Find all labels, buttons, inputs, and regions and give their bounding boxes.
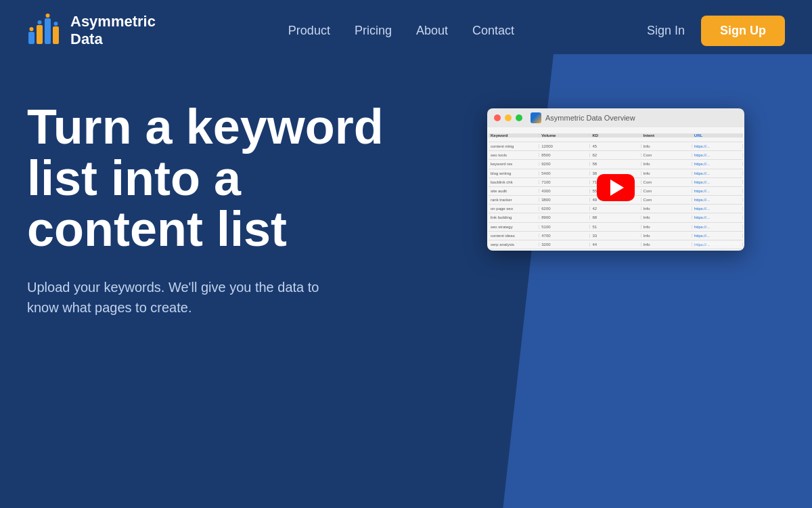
- nav-link-about[interactable]: About: [416, 24, 448, 37]
- spreadsheet-header-row: Keyword Volume KD Intent URL: [489, 129, 743, 142]
- hero-headline: Turn a keyword list into a content list: [27, 102, 420, 255]
- video-header-logo-icon: [531, 112, 541, 123]
- svg-point-7: [54, 22, 58, 26]
- spreadsheet-row: content ideas470033Infohttps://...: [489, 232, 743, 240]
- sign-up-button[interactable]: Sign Up: [701, 16, 785, 46]
- spreadsheet-row: seo strategy510051Infohttps://...: [489, 223, 743, 232]
- nav-link-pricing[interactable]: Pricing: [355, 24, 392, 37]
- window-dot-yellow: [505, 114, 512, 121]
- window-dot-red: [494, 114, 501, 121]
- logo-link[interactable]: Asymmetric Data: [27, 13, 156, 49]
- spreadsheet-row: keyword res920058Infohttps://...: [489, 160, 743, 169]
- nav-item-contact[interactable]: Contact: [472, 24, 514, 38]
- svg-rect-0: [28, 32, 35, 44]
- video-spreadsheet: Keyword Volume KD Intent URL content mkt…: [487, 127, 744, 251]
- col-keyword: Keyword: [489, 133, 539, 137]
- sign-in-link[interactable]: Sign In: [647, 24, 685, 38]
- svg-point-6: [46, 14, 50, 18]
- video-content: Keyword Volume KD Intent URL content mkt…: [487, 127, 744, 251]
- window-dot-green: [516, 114, 522, 121]
- svg-rect-2: [45, 18, 51, 44]
- nav-link-product[interactable]: Product: [288, 24, 330, 37]
- spreadsheet-row: content mktg1200045Infohttps://...: [489, 142, 743, 151]
- spreadsheet-row: seo tools850062Comhttps://...: [489, 151, 743, 160]
- spreadsheet-row: link building890068Infohttps://...: [489, 213, 743, 222]
- nav-link-contact[interactable]: Contact: [472, 24, 514, 37]
- svg-rect-3: [53, 26, 59, 44]
- svg-point-4: [30, 27, 34, 31]
- svg-point-5: [38, 20, 42, 24]
- col-url: URL: [692, 133, 743, 137]
- spreadsheet-row: rank tracker380049Comhttps://...: [489, 196, 743, 205]
- svg-rect-1: [37, 25, 43, 44]
- nav-links: Product Pricing About Contact: [288, 24, 514, 38]
- spreadsheet-row: site audit430055Comhttps://...: [489, 187, 743, 196]
- hero-subtext: Upload your keywords. We'll give you the…: [27, 277, 352, 318]
- video-thumbnail[interactable]: Asymmetric Data Overview Keyword Volume …: [487, 108, 744, 251]
- nav-item-pricing[interactable]: Pricing: [355, 24, 392, 38]
- col-volume: Volume: [539, 133, 590, 137]
- hero-right: Asymmetric Data Overview Keyword Volume …: [447, 102, 785, 251]
- nav-item-product[interactable]: Product: [288, 24, 330, 38]
- video-header-bar: Asymmetric Data Overview: [487, 108, 744, 127]
- hero-left: Turn a keyword list into a content list …: [27, 102, 420, 318]
- video-title-text: Asymmetric Data Overview: [545, 114, 635, 122]
- col-kd: KD: [590, 133, 641, 137]
- nav-item-about[interactable]: About: [416, 24, 448, 38]
- nav-actions: Sign In Sign Up: [647, 16, 785, 46]
- logo-icon: [27, 13, 62, 48]
- logo-text: Asymmetric Data: [70, 13, 156, 49]
- video-header-title: Asymmetric Data Overview: [531, 112, 635, 123]
- spreadsheet-row: on page seo620042Infohttps://...: [489, 205, 743, 213]
- spreadsheet-row: blog writing540038Infohttps://...: [489, 169, 743, 178]
- col-intent: Intent: [641, 133, 692, 137]
- navbar: Asymmetric Data Product Pricing About Co…: [0, 0, 812, 61]
- hero-section: Turn a keyword list into a content list …: [0, 61, 812, 508]
- spreadsheet-row: backlink chk710071Comhttps://...: [489, 178, 743, 187]
- video-watermark: @AsymmetricData: [694, 240, 739, 247]
